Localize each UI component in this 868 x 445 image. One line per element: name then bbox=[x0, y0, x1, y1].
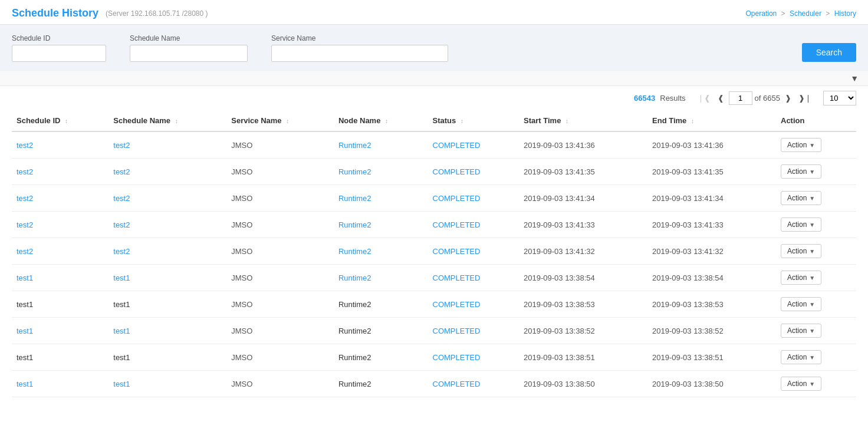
page-total: of 6655 bbox=[755, 94, 780, 103]
cell-node-name: Runtime2 bbox=[334, 371, 428, 397]
search-panel: Schedule ID Schedule Name Service Name S… bbox=[0, 25, 868, 71]
cell-schedule-id: test1 bbox=[12, 344, 108, 371]
col-action: Action bbox=[776, 110, 856, 131]
last-page-button[interactable]: ❱❘ bbox=[796, 93, 814, 104]
action-button[interactable]: Action ▼ bbox=[781, 297, 821, 311]
col-status[interactable]: Status ↕ bbox=[428, 110, 520, 131]
cell-status: COMPLETED bbox=[428, 159, 520, 185]
next-page-button[interactable]: ❱ bbox=[782, 93, 794, 104]
table-body: test2 test2 JMSO Runtime2 COMPLETED 2019… bbox=[12, 131, 856, 397]
action-button[interactable]: Action ▼ bbox=[781, 324, 821, 338]
sort-icon-schedule-name: ↕ bbox=[175, 118, 178, 124]
cell-schedule-name[interactable]: test2 bbox=[108, 159, 226, 185]
schedule-id-field: Schedule ID bbox=[12, 34, 106, 62]
cell-end-time: 2019-09-03 13:41:33 bbox=[647, 212, 776, 238]
cell-node-name[interactable]: Runtime2 bbox=[334, 131, 428, 159]
col-schedule-name[interactable]: Schedule Name ↕ bbox=[108, 110, 226, 131]
action-arrow-icon: ▼ bbox=[809, 222, 815, 228]
service-name-input[interactable] bbox=[271, 45, 448, 62]
cell-schedule-id[interactable]: test2 bbox=[12, 238, 108, 265]
cell-node-name[interactable]: Runtime2 bbox=[334, 212, 428, 238]
pagination: ❘❰ ❰ of 6655 ❱ ❱❘ bbox=[695, 91, 814, 105]
cell-schedule-name[interactable]: test1 bbox=[108, 318, 226, 344]
cell-schedule-id[interactable]: test2 bbox=[12, 185, 108, 212]
cell-schedule-id[interactable]: test1 bbox=[12, 265, 108, 291]
cell-node-name[interactable]: Runtime2 bbox=[334, 159, 428, 185]
cell-node-name: Runtime2 bbox=[334, 291, 428, 318]
schedule-name-input[interactable] bbox=[130, 45, 248, 62]
action-arrow-icon: ▼ bbox=[809, 328, 815, 334]
col-schedule-id[interactable]: Schedule ID ↕ bbox=[12, 110, 108, 131]
cell-status: COMPLETED bbox=[428, 238, 520, 265]
col-start-time[interactable]: Start Time ↕ bbox=[519, 110, 647, 131]
cell-node-name: Runtime2 bbox=[334, 344, 428, 371]
cell-schedule-id[interactable]: test2 bbox=[12, 131, 108, 159]
cell-end-time: 2019-09-03 13:38:50 bbox=[647, 371, 776, 397]
col-service-name[interactable]: Service Name ↕ bbox=[226, 110, 334, 131]
cell-service-name: JMSO bbox=[226, 159, 334, 185]
cell-start-time: 2019-09-03 13:41:34 bbox=[519, 185, 647, 212]
page-size-select[interactable]: 10 20 50 100 bbox=[823, 91, 856, 106]
server-info: (Server 192.168.105.71 /28080 ) bbox=[106, 9, 208, 18]
action-button[interactable]: Action ▼ bbox=[781, 377, 821, 391]
cell-node-name[interactable]: Runtime2 bbox=[334, 185, 428, 212]
cell-status: COMPLETED bbox=[428, 291, 520, 318]
cell-node-name[interactable]: Runtime2 bbox=[334, 265, 428, 291]
table-row: test2 test2 JMSO Runtime2 COMPLETED 2019… bbox=[12, 159, 856, 185]
collapse-button[interactable]: ▼ bbox=[850, 74, 859, 83]
action-button[interactable]: Action ▼ bbox=[781, 164, 821, 179]
cell-schedule-name[interactable]: test1 bbox=[108, 371, 226, 397]
table-row: test1 test1 JMSO Runtime2 COMPLETED 2019… bbox=[12, 291, 856, 318]
action-button[interactable]: Action ▼ bbox=[781, 217, 821, 232]
cell-service-name: JMSO bbox=[226, 265, 334, 291]
cell-start-time: 2019-09-03 13:38:51 bbox=[519, 344, 647, 371]
action-button[interactable]: Action ▼ bbox=[781, 350, 821, 364]
breadcrumb: Operation > Scheduler > History bbox=[746, 9, 856, 18]
sort-icon-end-time: ↕ bbox=[691, 118, 694, 124]
action-button[interactable]: Action ▼ bbox=[781, 271, 821, 285]
schedule-id-input[interactable] bbox=[12, 45, 106, 62]
sort-icon-service-name: ↕ bbox=[286, 118, 289, 124]
schedule-name-label: Schedule Name bbox=[130, 34, 248, 42]
cell-node-name[interactable]: Runtime2 bbox=[334, 238, 428, 265]
cell-schedule-id[interactable]: test2 bbox=[12, 159, 108, 185]
results-count: 66543 bbox=[634, 94, 655, 103]
cell-schedule-id[interactable]: test1 bbox=[12, 371, 108, 397]
first-page-button[interactable]: ❘❰ bbox=[695, 93, 713, 104]
page-input[interactable] bbox=[729, 91, 752, 105]
search-button[interactable]: Search bbox=[802, 43, 856, 62]
cell-action: Action ▼ bbox=[776, 291, 856, 318]
results-bar: 66543 Results ❘❰ ❰ of 6655 ❱ ❱❘ 10 20 50… bbox=[0, 86, 868, 110]
prev-page-button[interactable]: ❰ bbox=[715, 93, 726, 104]
action-arrow-icon: ▼ bbox=[809, 301, 815, 308]
table-row: test2 test2 JMSO Runtime2 COMPLETED 2019… bbox=[12, 238, 856, 265]
collapse-bar: ▼ bbox=[0, 71, 868, 86]
sort-icon-schedule-id: ↕ bbox=[65, 118, 68, 124]
cell-service-name: JMSO bbox=[226, 291, 334, 318]
col-end-time[interactable]: End Time ↕ bbox=[647, 110, 776, 131]
cell-schedule-name[interactable]: test2 bbox=[108, 131, 226, 159]
cell-schedule-id: test1 bbox=[12, 291, 108, 318]
table-row: test1 test1 JMSO Runtime2 COMPLETED 2019… bbox=[12, 344, 856, 371]
col-node-name[interactable]: Node Name ↕ bbox=[334, 110, 428, 131]
action-button[interactable]: Action ▼ bbox=[781, 191, 821, 205]
cell-action: Action ▼ bbox=[776, 131, 856, 159]
cell-end-time: 2019-09-03 13:41:36 bbox=[647, 131, 776, 159]
breadcrumb-scheduler[interactable]: Scheduler bbox=[790, 9, 821, 18]
cell-service-name: JMSO bbox=[226, 185, 334, 212]
cell-schedule-id[interactable]: test1 bbox=[12, 318, 108, 344]
cell-schedule-name[interactable]: test2 bbox=[108, 185, 226, 212]
action-button[interactable]: Action ▼ bbox=[781, 138, 821, 152]
table-row: test2 test2 JMSO Runtime2 COMPLETED 2019… bbox=[12, 131, 856, 159]
action-button[interactable]: Action ▼ bbox=[781, 244, 821, 258]
cell-start-time: 2019-09-03 13:41:36 bbox=[519, 131, 647, 159]
service-name-label: Service Name bbox=[271, 34, 448, 42]
action-arrow-icon: ▼ bbox=[809, 381, 815, 387]
cell-schedule-id[interactable]: test2 bbox=[12, 212, 108, 238]
breadcrumb-operation[interactable]: Operation bbox=[746, 9, 777, 18]
table-header: Schedule ID ↕ Schedule Name ↕ Service Na… bbox=[12, 110, 856, 131]
cell-schedule-name[interactable]: test2 bbox=[108, 212, 226, 238]
cell-schedule-name[interactable]: test2 bbox=[108, 238, 226, 265]
cell-action: Action ▼ bbox=[776, 318, 856, 344]
cell-schedule-name[interactable]: test1 bbox=[108, 265, 226, 291]
